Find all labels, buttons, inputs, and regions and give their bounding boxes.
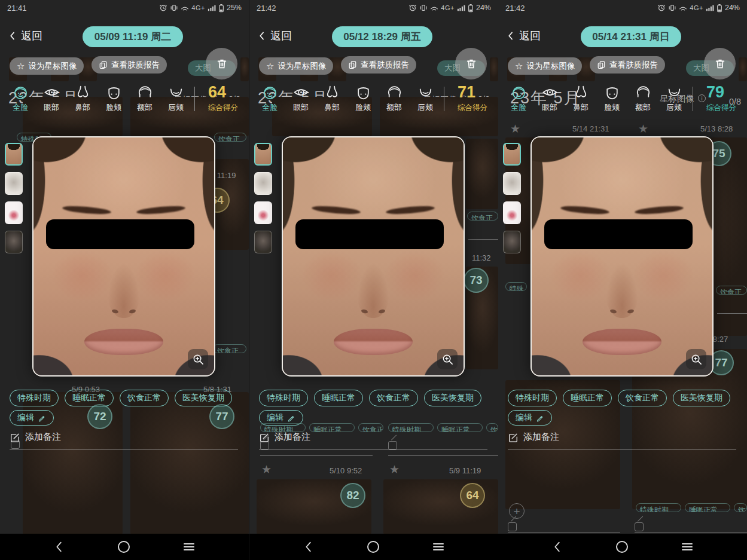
nav-menu-button[interactable] — [432, 540, 445, 553]
tag-chip[interactable]: 特殊时期 — [259, 390, 308, 406]
back-button[interactable]: 返回 — [258, 29, 292, 43]
tag-chip[interactable]: 睡眠正常 — [563, 390, 612, 406]
add-note-button[interactable]: 添加备注 — [508, 432, 559, 443]
photo-thumbnail[interactable] — [503, 143, 521, 166]
score-label: 综合得分 — [696, 103, 747, 113]
redness-analysis-thumbnail[interactable] — [503, 201, 521, 224]
back-button[interactable]: 返回 — [8, 29, 42, 43]
tag-chip[interactable]: 睡眠正常 — [314, 390, 363, 406]
redness-analysis-thumbnail[interactable] — [5, 201, 23, 224]
magnifier-icon — [690, 353, 703, 366]
add-note-button[interactable]: 添加备注 — [10, 432, 61, 443]
datetime-pill[interactable]: 05/12 18:29 周五 — [332, 26, 432, 47]
score-label: 综合得分 — [197, 103, 249, 113]
tab-eye[interactable]: 眼部 — [285, 84, 316, 115]
back-button[interactable]: 返回 — [507, 29, 541, 43]
datetime-pill[interactable]: 05/09 11:19 周二 — [83, 26, 183, 47]
status-time: 21:42 — [257, 4, 276, 13]
tag-chip[interactable]: 特殊时期 — [10, 390, 59, 406]
face-icon — [12, 84, 29, 101]
tab-cheek[interactable]: 脸颊 — [596, 84, 627, 115]
battery-percent: 24% — [476, 4, 491, 12]
add-note-button[interactable]: 添加备注 — [259, 432, 310, 443]
face-photo[interactable] — [32, 136, 215, 377]
texture-analysis-thumbnail[interactable] — [254, 172, 272, 195]
nose-icon — [572, 84, 590, 101]
tag-chip[interactable]: 饮食正常 — [618, 390, 667, 406]
tab-eye[interactable]: 眼部 — [534, 84, 565, 115]
nav-menu-button[interactable] — [182, 540, 196, 553]
nav-menu-button[interactable] — [681, 540, 694, 553]
nav-back-button[interactable] — [53, 540, 65, 553]
tab-forehead[interactable]: 额部 — [627, 84, 658, 115]
nav-home-button[interactable] — [615, 540, 629, 554]
nav-home-button[interactable] — [366, 540, 380, 554]
photo-thumbnail[interactable] — [254, 143, 272, 166]
tab-nose[interactable]: 鼻部 — [565, 84, 596, 115]
tab-nose[interactable]: 鼻部 — [316, 84, 347, 115]
overall-score: 71 综合得分 — [447, 84, 498, 113]
redness-analysis-thumbnail[interactable] — [254, 201, 272, 224]
set-star-label: 设为星标图像 — [278, 61, 326, 72]
tab-lips[interactable]: 唇颊 — [658, 84, 690, 115]
tab-forehead[interactable]: 额部 — [129, 84, 160, 115]
nav-home-button[interactable] — [117, 540, 131, 554]
view-skin-report-button[interactable]: 查看肤质报告 — [590, 56, 665, 74]
score-value: 79 — [696, 84, 747, 102]
zoom-button[interactable] — [437, 349, 458, 369]
delete-button[interactable] — [704, 48, 736, 79]
triptych-screenshots: 21:41 4G+ 25% 大图23年 5月星标图像i0/8特殊时饮食正9 11… — [0, 0, 747, 560]
face-photo[interactable] — [530, 136, 714, 377]
tab-lips[interactable]: 唇颊 — [160, 84, 191, 115]
tag-chip[interactable]: 睡眠正常 — [65, 390, 114, 406]
back-chevron-icon — [8, 29, 17, 42]
delete-button[interactable] — [206, 48, 237, 79]
edit-tags-button[interactable]: 编辑 — [259, 410, 303, 426]
status-tags: 特殊时期睡眠正常饮食正常医美恢复期 — [10, 390, 245, 406]
network-label: 4G+ — [441, 4, 455, 11]
tab-face[interactable]: 全脸 — [5, 84, 36, 115]
tab-lips[interactable]: 唇颊 — [410, 84, 441, 115]
tag-chip[interactable]: 饮食正常 — [369, 390, 418, 406]
edit-tags-button[interactable]: 编辑 — [10, 410, 54, 426]
tab-cheek[interactable]: 脸颊 — [98, 84, 129, 115]
eye-icon — [541, 84, 559, 101]
nav-home-icon — [366, 540, 380, 554]
wifi-calling-icon — [679, 4, 687, 12]
tag-chip[interactable]: 医美恢复期 — [175, 390, 232, 406]
set-star-image-button[interactable]: ☆ 设为星标图像 — [10, 57, 84, 75]
tab-forehead[interactable]: 额部 — [379, 84, 410, 115]
tab-cheek[interactable]: 脸颊 — [347, 84, 379, 115]
tabs-score-divider — [194, 87, 195, 111]
zoom-button[interactable] — [188, 349, 208, 369]
view-skin-report-button[interactable]: 查看肤质报告 — [341, 56, 416, 74]
edit-tags-button[interactable]: 编辑 — [508, 410, 552, 426]
star-icon: ☆ — [17, 62, 25, 71]
tag-chip[interactable]: 医美恢复期 — [424, 390, 481, 406]
datetime-pill[interactable]: 05/14 21:31 周日 — [581, 26, 681, 47]
nav-back-button[interactable] — [551, 540, 563, 553]
set-star-image-button[interactable]: ☆ 设为星标图像 — [259, 57, 333, 75]
tag-chip[interactable]: 医美恢复期 — [673, 390, 730, 406]
face-photo[interactable] — [282, 136, 465, 377]
tag-chip[interactable]: 特殊时期 — [508, 390, 557, 406]
spots-analysis-thumbnail[interactable] — [254, 231, 272, 253]
tab-eye[interactable]: 眼部 — [36, 84, 67, 115]
tab-face[interactable]: 全脸 — [503, 84, 534, 115]
nav-back-button[interactable] — [303, 540, 315, 553]
spots-analysis-thumbnail[interactable] — [5, 231, 23, 253]
phone-screen: 21:42 4G+ 24% 大图23年 5月星标图像i0/8饮食正11:3273… — [249, 0, 498, 560]
nav-back-icon — [53, 540, 65, 553]
tag-chip[interactable]: 饮食正常 — [120, 390, 169, 406]
spots-analysis-thumbnail[interactable] — [503, 231, 521, 253]
photo-thumbnail[interactable] — [5, 143, 23, 166]
texture-analysis-thumbnail[interactable] — [503, 172, 521, 195]
alarm-icon — [159, 4, 167, 12]
zoom-button[interactable] — [686, 349, 706, 369]
delete-button[interactable] — [455, 48, 487, 79]
tab-face[interactable]: 全脸 — [254, 84, 285, 115]
view-skin-report-button[interactable]: 查看肤质报告 — [92, 56, 167, 74]
texture-analysis-thumbnail[interactable] — [5, 172, 23, 195]
tab-nose[interactable]: 鼻部 — [67, 84, 98, 115]
set-star-image-button[interactable]: ☆ 设为星标图像 — [508, 57, 582, 75]
